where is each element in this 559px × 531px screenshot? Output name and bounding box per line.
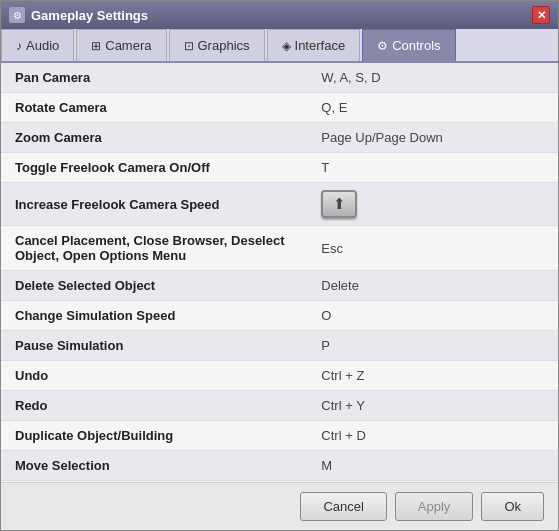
interface-icon: ◈ bbox=[282, 39, 291, 53]
table-row: Zoom CameraPage Up/Page Down bbox=[1, 123, 558, 153]
action-cell: Change Simulation Speed bbox=[1, 301, 307, 331]
key-cell: Page Up/Page Down bbox=[307, 123, 558, 153]
table-row: Toggle Freelook Camera On/OffT bbox=[1, 153, 558, 183]
tab-graphics[interactable]: ⊡ Graphics bbox=[169, 29, 265, 61]
tab-bar: ♪ Audio ⊞ Camera ⊡ Graphics ◈ Interface … bbox=[1, 29, 558, 63]
cancel-button[interactable]: Cancel bbox=[300, 492, 386, 521]
key-cell: Ctrl + Y bbox=[307, 391, 558, 421]
action-cell: Undo bbox=[1, 361, 307, 391]
table-row: Rotate CameraQ, E bbox=[1, 93, 558, 123]
table-row: Duplicate Object/BuildingCtrl + D bbox=[1, 421, 558, 451]
table-row: Pan CameraW, A, S, D bbox=[1, 63, 558, 93]
action-cell: Increase Freelook Camera Speed bbox=[1, 183, 307, 226]
tab-controls-label: Controls bbox=[392, 38, 440, 53]
tab-audio[interactable]: ♪ Audio bbox=[1, 29, 74, 61]
action-cell: Delete Selected Object bbox=[1, 271, 307, 301]
graphics-icon: ⊡ bbox=[184, 39, 194, 53]
titlebar-left: ⚙ Gameplay Settings bbox=[9, 7, 148, 23]
table-row: Change Simulation SpeedO bbox=[1, 301, 558, 331]
key-cell: P bbox=[307, 331, 558, 361]
tab-camera-label: Camera bbox=[105, 38, 151, 53]
action-cell: Redo bbox=[1, 391, 307, 421]
key-cell: O bbox=[307, 301, 558, 331]
key-cell: Ctrl + Z bbox=[307, 361, 558, 391]
action-cell: Cancel Placement, Close Browser, Deselec… bbox=[1, 226, 307, 271]
table-row: UndoCtrl + Z bbox=[1, 361, 558, 391]
tab-audio-label: Audio bbox=[26, 38, 59, 53]
action-cell: Rotate Camera bbox=[1, 93, 307, 123]
ok-button[interactable]: Ok bbox=[481, 492, 544, 521]
camera-icon: ⊞ bbox=[91, 39, 101, 53]
tab-controls[interactable]: ⚙ Controls bbox=[362, 29, 455, 61]
tab-interface-label: Interface bbox=[295, 38, 346, 53]
action-cell: Toggle Freelook Camera On/Off bbox=[1, 153, 307, 183]
controls-table-area[interactable]: Pan CameraW, A, S, DRotate CameraQ, EZoo… bbox=[1, 63, 558, 482]
key-cell: Esc bbox=[307, 226, 558, 271]
key-cell: Ctrl + D bbox=[307, 421, 558, 451]
table-row: Pause SimulationP bbox=[1, 331, 558, 361]
titlebar: ⚙ Gameplay Settings ✕ bbox=[1, 1, 558, 29]
controls-table: Pan CameraW, A, S, DRotate CameraQ, EZoo… bbox=[1, 63, 558, 482]
action-cell: Duplicate Object/Building bbox=[1, 421, 307, 451]
key-cell: T bbox=[307, 153, 558, 183]
table-row: Delete Selected ObjectDelete bbox=[1, 271, 558, 301]
audio-icon: ♪ bbox=[16, 39, 22, 53]
close-button[interactable]: ✕ bbox=[532, 6, 550, 24]
table-row: Increase Freelook Camera Speed⬆ bbox=[1, 183, 558, 226]
tab-graphics-label: Graphics bbox=[198, 38, 250, 53]
table-row: Cancel Placement, Close Browser, Deselec… bbox=[1, 226, 558, 271]
key-cell: Q, E bbox=[307, 93, 558, 123]
action-cell: Pan Camera bbox=[1, 63, 307, 93]
gameplay-settings-window: ⚙ Gameplay Settings ✕ ♪ Audio ⊞ Camera ⊡… bbox=[0, 0, 559, 531]
key-cell: ⬆ bbox=[307, 183, 558, 226]
key-cell: M bbox=[307, 451, 558, 481]
upload-icon: ⬆ bbox=[321, 190, 357, 218]
action-cell: Zoom Camera bbox=[1, 123, 307, 153]
controls-icon: ⚙ bbox=[377, 39, 388, 53]
window-title: Gameplay Settings bbox=[31, 8, 148, 23]
footer: Cancel Apply Ok bbox=[1, 482, 558, 530]
tab-interface[interactable]: ◈ Interface bbox=[267, 29, 361, 61]
table-row: RedoCtrl + Y bbox=[1, 391, 558, 421]
tab-camera[interactable]: ⊞ Camera bbox=[76, 29, 166, 61]
apply-button[interactable]: Apply bbox=[395, 492, 474, 521]
action-cell: Pause Simulation bbox=[1, 331, 307, 361]
key-cell: W, A, S, D bbox=[307, 63, 558, 93]
action-cell: Move Selection bbox=[1, 451, 307, 481]
content-area: Pan CameraW, A, S, DRotate CameraQ, EZoo… bbox=[1, 63, 558, 482]
table-row: Move SelectionM bbox=[1, 451, 558, 481]
key-cell: Delete bbox=[307, 271, 558, 301]
window-icon: ⚙ bbox=[9, 7, 25, 23]
